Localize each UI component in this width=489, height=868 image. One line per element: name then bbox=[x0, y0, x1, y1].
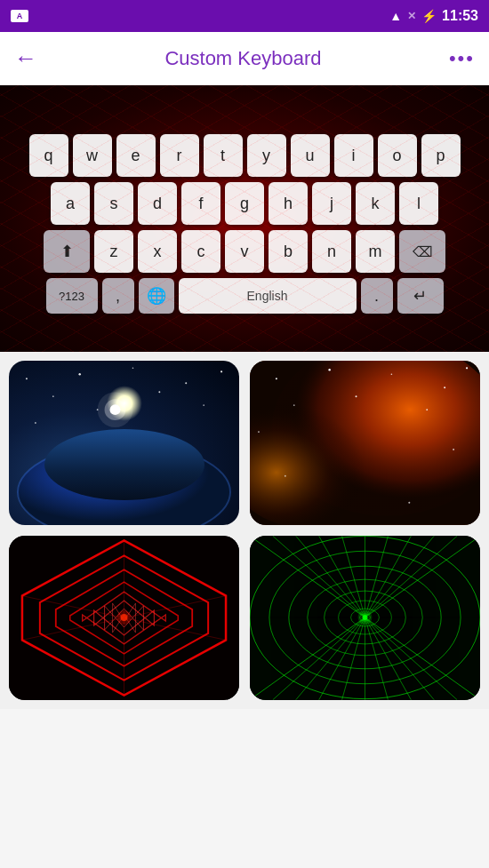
svg-point-23 bbox=[444, 386, 445, 388]
key-r[interactable]: r bbox=[160, 134, 199, 177]
key-v[interactable]: v bbox=[225, 230, 264, 273]
svg-point-24 bbox=[466, 367, 468, 369]
theme-nebula[interactable] bbox=[250, 361, 480, 525]
key-row-3: ⬆ z x c v b n m ⌫ bbox=[44, 230, 445, 273]
key-q[interactable]: q bbox=[29, 134, 68, 177]
key-y[interactable]: y bbox=[247, 134, 286, 177]
key-c[interactable]: c bbox=[181, 230, 220, 273]
key-space[interactable]: English bbox=[179, 278, 357, 314]
key-g[interactable]: g bbox=[225, 182, 264, 225]
time-display: 11:53 bbox=[442, 8, 478, 24]
svg-point-27 bbox=[356, 395, 357, 397]
svg-point-48 bbox=[117, 610, 132, 625]
key-m[interactable]: m bbox=[356, 230, 395, 273]
svg-point-30 bbox=[453, 449, 454, 450]
keyboard-preview: q w e r t y u i o p a s d f g h j k l ⬆ … bbox=[0, 85, 489, 352]
key-u[interactable]: u bbox=[291, 134, 330, 177]
key-o[interactable]: o bbox=[378, 134, 417, 177]
svg-point-25 bbox=[426, 409, 428, 410]
key-i[interactable]: i bbox=[334, 134, 373, 177]
key-a[interactable]: a bbox=[51, 182, 90, 225]
status-bar: A ▲ ✕ ⚡ 11:53 bbox=[0, 0, 489, 32]
svg-point-21 bbox=[328, 369, 330, 370]
key-period[interactable]: . bbox=[361, 278, 393, 314]
theme-red-hex[interactable] bbox=[9, 536, 239, 700]
theme-gallery bbox=[0, 352, 489, 709]
battery-icon: ⚡ bbox=[421, 9, 437, 23]
key-z[interactable]: z bbox=[94, 230, 133, 273]
app-bar: ← Custom Keyboard ••• bbox=[0, 32, 489, 85]
svg-point-0 bbox=[26, 378, 28, 379]
key-row-1: q w e r t y u i o p bbox=[29, 134, 461, 177]
hex-svg bbox=[9, 536, 239, 700]
key-f[interactable]: f bbox=[181, 182, 220, 225]
more-options-button[interactable]: ••• bbox=[449, 47, 475, 70]
svg-point-12 bbox=[98, 392, 133, 427]
space-svg bbox=[9, 361, 239, 525]
svg-point-29 bbox=[285, 475, 286, 477]
svg-point-81 bbox=[358, 610, 373, 625]
svg-point-13 bbox=[18, 443, 230, 525]
key-s[interactable]: s bbox=[94, 182, 133, 225]
status-left: A bbox=[11, 10, 28, 22]
svg-point-28 bbox=[258, 431, 260, 433]
key-backspace[interactable]: ⌫ bbox=[399, 230, 445, 273]
svg-point-5 bbox=[52, 395, 54, 397]
svg-point-15 bbox=[73, 460, 87, 474]
back-button[interactable]: ← bbox=[14, 44, 37, 72]
svg-point-31 bbox=[408, 502, 410, 504]
key-row-bottom: ?123 , 🌐 English . ↵ bbox=[9, 278, 480, 314]
svg-point-20 bbox=[276, 378, 277, 379]
svg-point-4 bbox=[220, 370, 222, 372]
key-j[interactable]: j bbox=[312, 182, 351, 225]
key-x[interactable]: x bbox=[138, 230, 177, 273]
svg-point-8 bbox=[35, 422, 36, 424]
svg-point-1 bbox=[78, 373, 80, 375]
svg-point-2 bbox=[132, 368, 134, 370]
key-p[interactable]: p bbox=[421, 134, 461, 177]
key-d[interactable]: d bbox=[138, 182, 177, 225]
svg-point-22 bbox=[391, 374, 393, 376]
svg-point-16 bbox=[81, 468, 88, 475]
svg-point-6 bbox=[158, 391, 160, 393]
key-t[interactable]: t bbox=[204, 134, 243, 177]
wifi-icon: ▲ bbox=[389, 9, 402, 23]
key-row-2: a s d f g h j k l bbox=[51, 182, 438, 225]
key-enter[interactable]: ↵ bbox=[397, 278, 444, 314]
key-h[interactable]: h bbox=[269, 182, 308, 225]
key-e[interactable]: e bbox=[116, 134, 156, 177]
key-w[interactable]: w bbox=[73, 134, 112, 177]
key-numbers[interactable]: ?123 bbox=[46, 278, 98, 314]
theme-green-grid[interactable] bbox=[250, 536, 480, 700]
key-b[interactable]: b bbox=[269, 230, 308, 273]
theme-space[interactable] bbox=[9, 361, 239, 525]
page-title: Custom Keyboard bbox=[164, 47, 321, 70]
key-k[interactable]: k bbox=[356, 182, 395, 225]
key-globe[interactable]: 🌐 bbox=[139, 278, 174, 314]
svg-point-26 bbox=[293, 404, 295, 406]
grid-svg bbox=[250, 536, 480, 700]
svg-point-3 bbox=[185, 382, 187, 384]
key-shift[interactable]: ⬆ bbox=[44, 230, 90, 273]
key-comma[interactable]: , bbox=[102, 278, 134, 314]
svg-point-7 bbox=[203, 404, 204, 406]
app-icon: A bbox=[11, 10, 28, 22]
key-l[interactable]: l bbox=[399, 182, 438, 225]
signal-icon: ✕ bbox=[407, 10, 416, 22]
status-right: ▲ ✕ ⚡ 11:53 bbox=[389, 8, 478, 24]
key-n[interactable]: n bbox=[312, 230, 351, 273]
nebula-svg bbox=[250, 361, 480, 525]
